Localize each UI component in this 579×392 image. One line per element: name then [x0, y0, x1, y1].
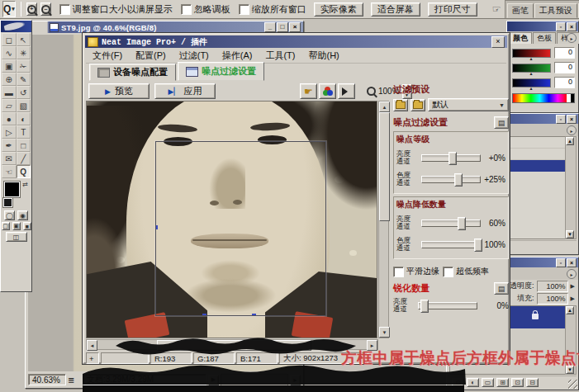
- vscroll-thumb[interactable]: [379, 112, 390, 221]
- luminance-level-slider[interactable]: [421, 154, 481, 162]
- opacity-value[interactable]: 100%: [537, 281, 568, 292]
- doc-minimize-button[interactable]: _: [264, 22, 276, 32]
- channel-view-button[interactable]: [319, 83, 336, 99]
- filter-preview-selection-box[interactable]: [155, 141, 326, 316]
- preview-area[interactable]: [86, 101, 377, 338]
- reset-sharpen-button[interactable]: ▤: [494, 282, 509, 295]
- slider-thumb[interactable]: [420, 300, 429, 313]
- palette-close-button[interactable]: ×: [567, 22, 577, 31]
- delete-layer-icon[interactable]: ⊟: [526, 378, 539, 387]
- tool-dodge[interactable]: ◐: [17, 112, 31, 125]
- smooth-edges-checkbox[interactable]: 平滑边缘: [393, 266, 439, 277]
- tool-history-brush[interactable]: ↺: [17, 86, 31, 99]
- well-tab-tool-presets[interactable]: 工具预设: [534, 3, 577, 18]
- preview-vscrollbar[interactable]: ▲ ▼: [378, 101, 389, 338]
- tab-color[interactable]: 颜色: [509, 32, 532, 44]
- current-tool-icon[interactable]: Q▾: [2, 1, 16, 17]
- resize-windows-checkbox[interactable]: 调整窗口大小以满屏显示: [59, 3, 173, 16]
- tool-blur[interactable]: ●: [2, 112, 17, 125]
- document-titlebar[interactable]: ST9.jpg @ 40.6%(RGB/8) _ □ ×: [26, 21, 303, 33]
- blue-slider[interactable]: ▴: [512, 78, 551, 87]
- actual-pixels-button[interactable]: 实际像素: [314, 2, 363, 17]
- tool-brush[interactable]: ✎: [17, 73, 31, 86]
- palette-menu-icon[interactable]: ▸: [567, 33, 577, 43]
- tool-crop[interactable]: ▣: [2, 59, 17, 73]
- scroll-down-icon[interactable]: ▼: [566, 230, 574, 239]
- slider-thumb[interactable]: [458, 217, 466, 230]
- toolbox-header[interactable]: [1, 21, 31, 32]
- palette-minimize-button[interactable]: ▫: [556, 22, 566, 31]
- tool-magic-wand[interactable]: ✳: [17, 46, 31, 59]
- fill-slider-icon[interactable]: ▶: [571, 295, 575, 302]
- save-preset-button[interactable]: [411, 99, 425, 111]
- red-value[interactable]: 0: [554, 47, 575, 59]
- chrominance-level-slider[interactable]: [421, 176, 481, 183]
- jump-to-imageready-button[interactable]: ◫: [6, 232, 27, 242]
- menu-profile[interactable]: 配置(P): [129, 50, 173, 62]
- print-size-button[interactable]: 打印尺寸: [428, 2, 477, 17]
- color-ramp[interactable]: [512, 93, 575, 103]
- quick-mask-button[interactable]: ◉: [17, 210, 28, 220]
- green-value[interactable]: 0: [554, 62, 575, 73]
- tool-slice[interactable]: ✁: [17, 59, 31, 73]
- tool-clone-stamp[interactable]: ▬: [2, 86, 17, 99]
- palette-close-button[interactable]: ×: [567, 258, 577, 267]
- tool-gradient[interactable]: ▧: [17, 99, 31, 112]
- dialog-close-button[interactable]: ×: [491, 36, 505, 48]
- tab-swatches[interactable]: 色板: [533, 32, 556, 44]
- tool-lasso[interactable]: ∿: [2, 46, 17, 59]
- tool-type[interactable]: T: [17, 125, 31, 139]
- foreground-color-swatch[interactable]: [4, 182, 20, 197]
- menu-action[interactable]: 操作(A): [216, 50, 259, 62]
- menu-file[interactable]: 文件(F): [86, 50, 129, 62]
- luminance-reduction-slider[interactable]: [421, 220, 481, 227]
- palette-close-button[interactable]: ×: [567, 115, 577, 124]
- menu-tools[interactable]: 工具(T): [259, 50, 301, 62]
- doc-maximize-button[interactable]: □: [277, 22, 288, 32]
- slider-thumb[interactable]: [448, 152, 457, 165]
- green-slider[interactable]: ▴: [512, 64, 551, 73]
- doc-close-button[interactable]: ×: [289, 22, 301, 32]
- palette-menu-icon[interactable]: ▸: [567, 269, 577, 279]
- new-layer-icon[interactable]: ⊡: [511, 378, 524, 387]
- scroll-up-icon[interactable]: ▲: [566, 137, 574, 145]
- swap-colors-icon[interactable]: ⇄: [22, 181, 28, 188]
- standard-mode-button[interactable]: ◯: [4, 210, 15, 220]
- fullscreen-button[interactable]: ■: [23, 222, 31, 230]
- palette-minimize-button[interactable]: ▫: [556, 258, 566, 267]
- apply-button[interactable]: ▶▏ 应用: [154, 83, 216, 99]
- tab-noise-filter-settings[interactable]: 噪点过滤设置: [178, 62, 264, 81]
- zoom-in-button[interactable]: +: [26, 2, 37, 16]
- tool-hand[interactable]: ☜: [2, 165, 17, 178]
- hand-tool-button[interactable]: ☛: [300, 83, 317, 99]
- preset-dropdown[interactable]: 默认 ▼: [428, 98, 509, 111]
- fit-screen-button[interactable]: 适合屏幕: [371, 2, 420, 17]
- red-slider[interactable]: ▴: [512, 49, 551, 58]
- tool-rect-marquee[interactable]: ◻: [2, 33, 17, 46]
- tool-eraser[interactable]: ▱: [2, 99, 17, 112]
- ignore-palettes-checkbox[interactable]: 忽略调板: [181, 3, 230, 16]
- preview-button[interactable]: ▶ 预览: [88, 83, 149, 99]
- doc-zoom-level[interactable]: 40.63%: [28, 374, 66, 385]
- layer-set-icon[interactable]: ⊞: [496, 378, 509, 387]
- layer-mask-icon[interactable]: ▭: [482, 378, 494, 387]
- fill-value[interactable]: 100%: [537, 293, 568, 305]
- tool-shape[interactable]: □: [17, 139, 31, 152]
- zoom-out-button[interactable]: –: [40, 2, 51, 16]
- color-palette-titlebar[interactable]: ▫ ×: [507, 21, 578, 31]
- slider-thumb[interactable]: [454, 173, 463, 187]
- tab-device-noise-profile[interactable]: 设备噪点配置: [89, 64, 176, 81]
- dialog-titlebar[interactable]: Neat Image Pro+ / 插件 ×: [85, 35, 507, 48]
- chrominance-reduction-slider[interactable]: [421, 241, 481, 248]
- background-color-swatch[interactable]: [3, 198, 12, 207]
- ultra-low-freq-checkbox[interactable]: 超低频率: [443, 266, 489, 277]
- history-scrollbar[interactable]: ▲ ▼: [565, 136, 577, 239]
- open-preset-button[interactable]: [393, 99, 408, 111]
- tool-eyedropper[interactable]: ╱: [17, 152, 31, 165]
- well-tab-brushes[interactable]: 画笔: [507, 3, 534, 18]
- tool-notes[interactable]: ✉: [2, 152, 17, 165]
- sound-button[interactable]: [338, 83, 355, 99]
- tool-zoom[interactable]: Q: [17, 165, 31, 178]
- reset-settings-button[interactable]: ▤: [494, 116, 509, 129]
- menu-help[interactable]: 帮助(H): [301, 50, 345, 62]
